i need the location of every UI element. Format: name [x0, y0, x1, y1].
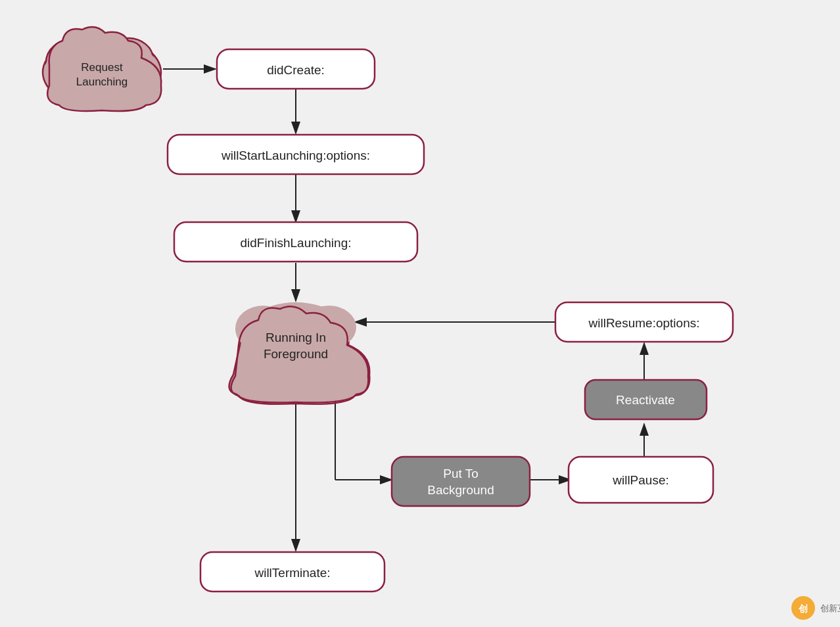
svg-text:willResume:options:: willResume:options:	[588, 316, 700, 330]
put-to-background-node: Put To Background	[392, 457, 530, 506]
svg-text:didCreate:: didCreate:	[267, 63, 325, 77]
svg-text:创: 创	[798, 603, 808, 614]
svg-text:Running In: Running In	[266, 331, 326, 344]
svg-text:Reactivate: Reactivate	[616, 393, 675, 407]
svg-text:Request: Request	[81, 61, 123, 74]
svg-text:Launching: Launching	[76, 76, 128, 88]
diagram-svg: Request Launching didCreate: willStartLa…	[0, 0, 840, 627]
reactivate-node: Reactivate	[585, 380, 707, 419]
will-terminate-node: willTerminate:	[200, 552, 385, 592]
did-finish-launching-node: didFinishLaunching:	[174, 222, 417, 262]
svg-text:Background: Background	[427, 483, 494, 497]
svg-text:willPause:: willPause:	[612, 473, 669, 487]
svg-text:Foreground: Foreground	[264, 347, 328, 361]
svg-text:创新互联: 创新互联	[820, 603, 840, 613]
will-pause-node: willPause:	[569, 457, 713, 503]
will-resume-node: willResume:options:	[555, 302, 733, 342]
svg-text:didFinishLaunching:: didFinishLaunching:	[240, 236, 351, 250]
will-start-launching-node: willStartLaunching:options:	[168, 135, 424, 174]
did-create-node: didCreate:	[217, 49, 375, 89]
running-in-foreground-node: Running In Foreground	[229, 302, 370, 404]
svg-rect-34	[392, 457, 530, 506]
svg-text:willStartLaunching:options:: willStartLaunching:options:	[221, 149, 370, 162]
diagram-container: Request Launching didCreate: willStartLa…	[0, 0, 840, 627]
svg-text:willTerminate:: willTerminate:	[254, 566, 330, 580]
request-launching-node: Request Launching	[43, 27, 161, 111]
svg-text:Put To: Put To	[443, 467, 478, 480]
watermark: 创 创新互联	[791, 596, 840, 620]
